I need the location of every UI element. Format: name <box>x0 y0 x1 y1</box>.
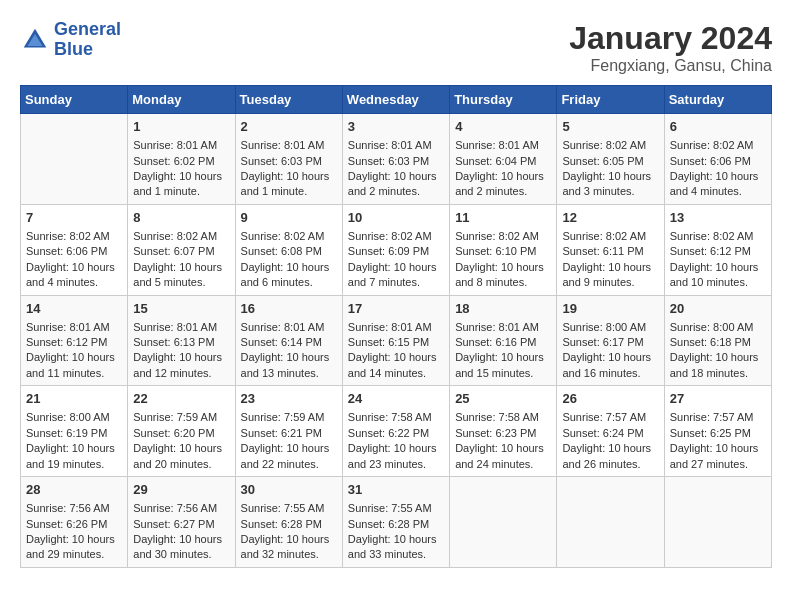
day-number: 15 <box>133 300 229 318</box>
calendar-cell: 9Sunrise: 8:02 AMSunset: 6:08 PMDaylight… <box>235 204 342 295</box>
day-info: Sunset: 6:12 PM <box>26 335 122 350</box>
day-info: Sunset: 6:02 PM <box>133 154 229 169</box>
day-info: Daylight: 10 hours <box>133 532 229 547</box>
week-row-3: 14Sunrise: 8:01 AMSunset: 6:12 PMDayligh… <box>21 295 772 386</box>
day-info: Sunrise: 8:01 AM <box>133 320 229 335</box>
title-block: January 2024 Fengxiang, Gansu, China <box>569 20 772 75</box>
day-info: Daylight: 10 hours <box>241 260 337 275</box>
calendar-cell: 8Sunrise: 8:02 AMSunset: 6:07 PMDaylight… <box>128 204 235 295</box>
weekday-header-wednesday: Wednesday <box>342 86 449 114</box>
day-info: Sunset: 6:09 PM <box>348 244 444 259</box>
day-info: and 4 minutes. <box>26 275 122 290</box>
day-number: 4 <box>455 118 551 136</box>
day-number: 18 <box>455 300 551 318</box>
day-info: Sunrise: 7:58 AM <box>348 410 444 425</box>
day-info: and 3 minutes. <box>562 184 658 199</box>
day-number: 7 <box>26 209 122 227</box>
day-info: Daylight: 10 hours <box>562 350 658 365</box>
day-info: Sunset: 6:23 PM <box>455 426 551 441</box>
day-number: 6 <box>670 118 766 136</box>
week-row-1: 1Sunrise: 8:01 AMSunset: 6:02 PMDaylight… <box>21 114 772 205</box>
day-info: Sunset: 6:20 PM <box>133 426 229 441</box>
calendar-cell: 18Sunrise: 8:01 AMSunset: 6:16 PMDayligh… <box>450 295 557 386</box>
page-header: General Blue January 2024 Fengxiang, Gan… <box>20 20 772 75</box>
day-info: and 2 minutes. <box>455 184 551 199</box>
day-number: 20 <box>670 300 766 318</box>
day-info: Sunrise: 8:02 AM <box>241 229 337 244</box>
weekday-header-saturday: Saturday <box>664 86 771 114</box>
day-info: Sunrise: 8:00 AM <box>26 410 122 425</box>
day-number: 31 <box>348 481 444 499</box>
day-number: 12 <box>562 209 658 227</box>
day-info: Sunrise: 8:02 AM <box>455 229 551 244</box>
day-info: Sunset: 6:07 PM <box>133 244 229 259</box>
day-info: Daylight: 10 hours <box>133 260 229 275</box>
day-number: 29 <box>133 481 229 499</box>
day-info: Daylight: 10 hours <box>26 350 122 365</box>
day-info: Sunset: 6:12 PM <box>670 244 766 259</box>
day-number: 8 <box>133 209 229 227</box>
day-info: Daylight: 10 hours <box>562 441 658 456</box>
day-info: Daylight: 10 hours <box>348 532 444 547</box>
day-info: Sunset: 6:21 PM <box>241 426 337 441</box>
weekday-header-friday: Friday <box>557 86 664 114</box>
logo-text: General Blue <box>54 20 121 60</box>
day-info: and 27 minutes. <box>670 457 766 472</box>
weekday-header-thursday: Thursday <box>450 86 557 114</box>
calendar-cell: 25Sunrise: 7:58 AMSunset: 6:23 PMDayligh… <box>450 386 557 477</box>
calendar-cell: 27Sunrise: 7:57 AMSunset: 6:25 PMDayligh… <box>664 386 771 477</box>
day-info: and 11 minutes. <box>26 366 122 381</box>
day-info: Sunrise: 7:57 AM <box>670 410 766 425</box>
day-info: Sunrise: 8:02 AM <box>133 229 229 244</box>
day-number: 27 <box>670 390 766 408</box>
calendar-cell: 24Sunrise: 7:58 AMSunset: 6:22 PMDayligh… <box>342 386 449 477</box>
day-info: Sunrise: 8:01 AM <box>26 320 122 335</box>
month-title: January 2024 <box>569 20 772 57</box>
day-info: and 9 minutes. <box>562 275 658 290</box>
day-info: Sunrise: 7:57 AM <box>562 410 658 425</box>
day-info: Sunset: 6:28 PM <box>348 517 444 532</box>
day-info: Sunset: 6:28 PM <box>241 517 337 532</box>
day-info: and 1 minute. <box>133 184 229 199</box>
day-info: Daylight: 10 hours <box>133 169 229 184</box>
day-info: Sunset: 6:08 PM <box>241 244 337 259</box>
day-info: Sunset: 6:22 PM <box>348 426 444 441</box>
day-number: 22 <box>133 390 229 408</box>
day-number: 11 <box>455 209 551 227</box>
day-info: Sunrise: 8:00 AM <box>670 320 766 335</box>
day-info: and 33 minutes. <box>348 547 444 562</box>
day-info: Daylight: 10 hours <box>455 350 551 365</box>
day-info: Sunrise: 8:00 AM <box>562 320 658 335</box>
day-info: Daylight: 10 hours <box>455 169 551 184</box>
day-info: Daylight: 10 hours <box>670 169 766 184</box>
day-info: Daylight: 10 hours <box>562 169 658 184</box>
day-info: and 7 minutes. <box>348 275 444 290</box>
calendar-cell: 17Sunrise: 8:01 AMSunset: 6:15 PMDayligh… <box>342 295 449 386</box>
day-info: Sunrise: 8:01 AM <box>455 320 551 335</box>
calendar-cell: 5Sunrise: 8:02 AMSunset: 6:05 PMDaylight… <box>557 114 664 205</box>
day-info: and 30 minutes. <box>133 547 229 562</box>
day-info: Sunset: 6:18 PM <box>670 335 766 350</box>
calendar-cell: 20Sunrise: 8:00 AMSunset: 6:18 PMDayligh… <box>664 295 771 386</box>
day-number: 28 <box>26 481 122 499</box>
calendar-cell <box>450 477 557 568</box>
day-info: and 15 minutes. <box>455 366 551 381</box>
day-info: Sunset: 6:15 PM <box>348 335 444 350</box>
calendar-cell: 31Sunrise: 7:55 AMSunset: 6:28 PMDayligh… <box>342 477 449 568</box>
calendar-cell: 3Sunrise: 8:01 AMSunset: 6:03 PMDaylight… <box>342 114 449 205</box>
day-info: Sunset: 6:05 PM <box>562 154 658 169</box>
calendar-cell: 6Sunrise: 8:02 AMSunset: 6:06 PMDaylight… <box>664 114 771 205</box>
calendar-cell: 21Sunrise: 8:00 AMSunset: 6:19 PMDayligh… <box>21 386 128 477</box>
calendar-cell: 1Sunrise: 8:01 AMSunset: 6:02 PMDaylight… <box>128 114 235 205</box>
calendar-cell: 14Sunrise: 8:01 AMSunset: 6:12 PMDayligh… <box>21 295 128 386</box>
day-number: 2 <box>241 118 337 136</box>
day-info: and 5 minutes. <box>133 275 229 290</box>
calendar-cell: 22Sunrise: 7:59 AMSunset: 6:20 PMDayligh… <box>128 386 235 477</box>
day-info: and 10 minutes. <box>670 275 766 290</box>
calendar-cell: 4Sunrise: 8:01 AMSunset: 6:04 PMDaylight… <box>450 114 557 205</box>
day-info: Daylight: 10 hours <box>241 532 337 547</box>
day-info: Daylight: 10 hours <box>26 532 122 547</box>
day-number: 10 <box>348 209 444 227</box>
day-info: and 12 minutes. <box>133 366 229 381</box>
day-info: and 26 minutes. <box>562 457 658 472</box>
